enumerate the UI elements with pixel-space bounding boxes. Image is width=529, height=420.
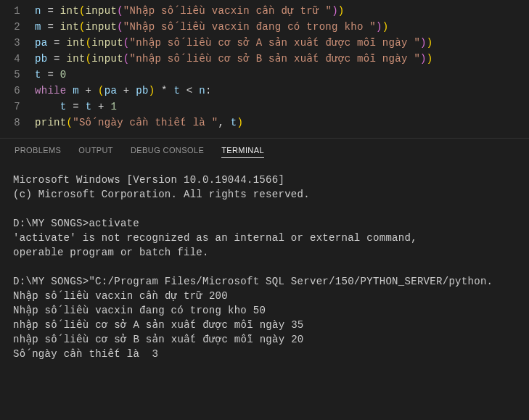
- code-token: =: [41, 69, 60, 81]
- terminal-line: D:\MY SONGS>"C:/Program Files/Microsoft …: [13, 274, 516, 289]
- code-line[interactable]: 3pa = int(input("nhập số liều cơ sở A sả…: [0, 35, 529, 51]
- code-content[interactable]: t = t + 1: [35, 99, 529, 115]
- code-token: =: [67, 101, 86, 112]
- line-number: 5: [0, 67, 35, 83]
- terminal-line: nhập số liều cơ sở B sản xuất được mỗi n…: [13, 332, 516, 347]
- code-token: t: [60, 101, 67, 112]
- line-number: 4: [0, 51, 35, 67]
- code-token: ): [420, 53, 427, 65]
- code-token: <: [180, 85, 199, 96]
- code-token: int: [67, 53, 86, 65]
- code-content[interactable]: print("Số ngày cần thiết là ", t): [35, 115, 529, 131]
- code-token: =: [41, 21, 60, 33]
- code-line[interactable]: 8print("Số ngày cần thiết là ", t): [0, 115, 529, 131]
- code-token: +: [79, 85, 98, 96]
- code-token: int: [67, 37, 86, 49]
- code-token: 0: [60, 69, 67, 81]
- code-content[interactable]: m = int(input("Nhập số liều vacxin đang …: [35, 19, 529, 35]
- code-line[interactable]: 6while m + (pa + pb) * t < n:: [0, 83, 529, 99]
- code-token: "Nhập số liều vacxin cần dự trữ ": [123, 5, 332, 17]
- code-token: pa: [104, 85, 117, 96]
- code-token: (: [67, 117, 73, 128]
- code-token: "nhập số liều cơ sở A sản xuất được mỗi …: [130, 37, 421, 49]
- code-token: 1: [110, 101, 117, 112]
- code-content[interactable]: t = 0: [35, 67, 529, 83]
- code-token: ): [338, 5, 345, 17]
- code-token: ): [382, 21, 389, 33]
- code-token: input: [86, 5, 118, 17]
- code-token: int: [60, 21, 79, 33]
- code-token: input: [91, 53, 123, 65]
- line-number: 2: [0, 19, 35, 35]
- code-token: pb: [136, 85, 148, 96]
- code-token: while: [35, 85, 67, 96]
- code-content[interactable]: pa = int(input("nhập số liều cơ sở A sản…: [35, 35, 529, 51]
- code-token: (: [79, 21, 86, 33]
- code-token: ): [420, 37, 427, 49]
- code-token: t: [173, 85, 180, 96]
- code-token: (: [123, 37, 130, 49]
- code-token: ,: [218, 117, 230, 128]
- code-token: =: [47, 37, 66, 49]
- panel-tab-problems[interactable]: PROBLEMS: [15, 146, 61, 158]
- code-token: m: [35, 21, 41, 33]
- code-token: +: [117, 85, 136, 96]
- code-line[interactable]: 4pb = int(input("nhập số liều cơ sở B sả…: [0, 51, 529, 67]
- code-token: n: [35, 5, 41, 17]
- terminal-line: Nhập số liều vacxin cần dự trữ 200: [13, 289, 516, 303]
- line-number: 3: [0, 35, 35, 51]
- terminal-line: Số ngày cần thiết là 3: [13, 347, 516, 361]
- code-line[interactable]: 2m = int(input("Nhập số liều vacxin đang…: [0, 19, 529, 35]
- terminal-line: operable program or batch file.: [13, 245, 516, 260]
- code-token: (: [117, 5, 123, 17]
- code-content[interactable]: n = int(input("Nhập số liều vacxin cần d…: [35, 3, 529, 19]
- terminal-line: [13, 260, 516, 274]
- code-token: int: [60, 5, 79, 17]
- code-token: input: [86, 21, 118, 33]
- code-token: ): [376, 21, 382, 33]
- code-token: ): [332, 5, 338, 17]
- code-token: =: [47, 53, 66, 65]
- code-token: (: [117, 21, 123, 33]
- terminal-line: D:\MY SONGS>activate: [13, 216, 516, 231]
- code-token: (: [79, 5, 86, 17]
- terminal-output[interactable]: Microsoft Windows [Version 10.0.19044.15…: [0, 162, 529, 371]
- code-token: +: [91, 101, 110, 112]
- code-content[interactable]: pb = int(input("nhập số liều cơ sở B sản…: [35, 51, 529, 67]
- code-token: (: [123, 53, 130, 65]
- code-token: (: [98, 85, 104, 96]
- code-token: [67, 85, 73, 96]
- code-token: t: [35, 69, 41, 81]
- terminal-line: nhập số liều cơ sở A sản xuất được mỗi n…: [13, 318, 516, 332]
- code-token: print: [35, 117, 67, 128]
- panel-tab-terminal[interactable]: TERMINAL: [221, 146, 264, 158]
- code-line[interactable]: 5t = 0: [0, 67, 529, 83]
- code-token: n: [199, 85, 205, 96]
- code-token: m: [73, 85, 79, 96]
- code-token: pa: [35, 37, 47, 49]
- code-token: ): [427, 53, 433, 65]
- code-token: *: [155, 85, 173, 96]
- code-token: pb: [35, 53, 47, 65]
- line-number: 1: [0, 3, 35, 19]
- code-token: "nhập số liều cơ sở B sản xuất được mỗi …: [130, 53, 421, 65]
- line-number: 6: [0, 83, 35, 99]
- code-line[interactable]: 7 t = t + 1: [0, 99, 529, 115]
- panel-tab-output[interactable]: OUTPUT: [78, 146, 113, 158]
- terminal-line: (c) Microsoft Corporation. All rights re…: [13, 187, 516, 202]
- code-editor[interactable]: 1n = int(input("Nhập số liều vacxin cần …: [0, 0, 529, 138]
- terminal-line: 'activate' is not recognized as an inter…: [13, 231, 516, 245]
- code-token: input: [91, 37, 123, 49]
- panel-tab-debug-console[interactable]: DEBUG CONSOLE: [131, 146, 204, 158]
- code-token: "Nhập số liều vacxin đang có trong kho ": [123, 21, 376, 33]
- code-content[interactable]: while m + (pa + pb) * t < n:: [35, 83, 529, 99]
- code-token: ): [427, 37, 433, 49]
- line-number: 7: [0, 99, 35, 115]
- code-token: ): [237, 117, 244, 128]
- terminal-line: Nhập số liều vacxin đang có trong kho 50: [13, 303, 516, 318]
- code-token: :: [205, 85, 212, 96]
- panel-tabs: PROBLEMSOUTPUTDEBUG CONSOLETERMINAL: [0, 138, 529, 162]
- line-number: 8: [0, 115, 35, 131]
- code-token: =: [41, 5, 60, 17]
- code-line[interactable]: 1n = int(input("Nhập số liều vacxin cần …: [0, 3, 529, 19]
